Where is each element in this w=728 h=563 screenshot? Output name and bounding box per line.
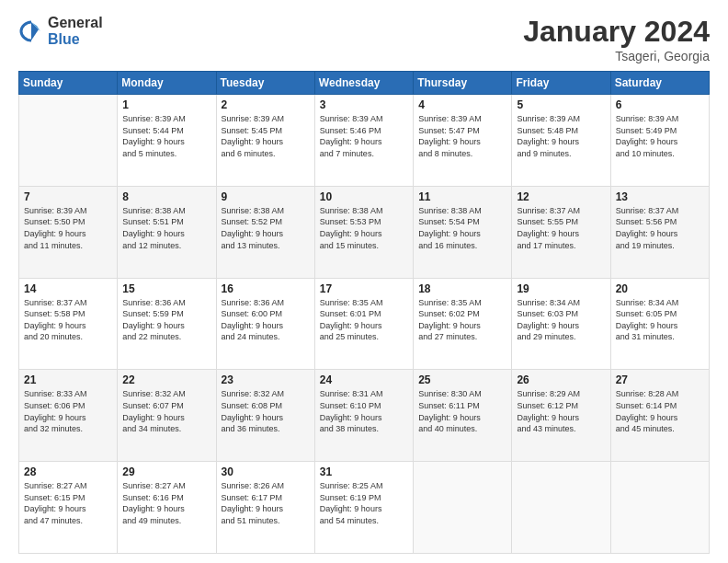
table-row: 5Sunrise: 8:39 AM Sunset: 5:48 PM Daylig… <box>512 95 610 187</box>
table-row: 3Sunrise: 8:39 AM Sunset: 5:46 PM Daylig… <box>314 95 413 187</box>
title-month: January 2024 <box>523 15 710 49</box>
table-row <box>610 462 709 554</box>
day-number: 3 <box>320 98 408 111</box>
day-number: 28 <box>24 465 112 478</box>
day-number: 2 <box>222 98 310 111</box>
day-info: Sunrise: 8:29 AM Sunset: 6:12 PM Dayligh… <box>517 388 605 434</box>
day-number: 8 <box>122 190 210 203</box>
day-info: Sunrise: 8:30 AM Sunset: 6:11 PM Dayligh… <box>418 388 506 434</box>
table-row: 10Sunrise: 8:38 AM Sunset: 5:53 PM Dayli… <box>314 186 413 278</box>
day-number: 25 <box>418 373 506 386</box>
day-info: Sunrise: 8:38 AM Sunset: 5:52 PM Dayligh… <box>222 205 310 251</box>
table-row: 8Sunrise: 8:38 AM Sunset: 5:51 PM Daylig… <box>118 186 216 278</box>
table-row <box>19 95 118 187</box>
logo: General Blue <box>18 15 103 47</box>
table-row: 27Sunrise: 8:28 AM Sunset: 6:14 PM Dayli… <box>610 370 709 462</box>
day-number: 1 <box>122 98 210 111</box>
day-number: 10 <box>320 190 408 203</box>
day-info: Sunrise: 8:39 AM Sunset: 5:48 PM Dayligh… <box>517 113 605 159</box>
day-number: 30 <box>222 465 310 478</box>
day-number: 23 <box>222 373 310 386</box>
day-info: Sunrise: 8:37 AM Sunset: 5:56 PM Dayligh… <box>616 205 704 251</box>
day-number: 6 <box>616 98 704 111</box>
day-number: 29 <box>122 465 210 478</box>
table-row <box>512 462 610 554</box>
day-info: Sunrise: 8:27 AM Sunset: 6:16 PM Dayligh… <box>122 480 210 526</box>
table-row: 11Sunrise: 8:38 AM Sunset: 5:54 PM Dayli… <box>414 186 512 278</box>
day-number: 16 <box>222 282 310 295</box>
table-row: 6Sunrise: 8:39 AM Sunset: 5:49 PM Daylig… <box>610 95 709 187</box>
day-info: Sunrise: 8:32 AM Sunset: 6:08 PM Dayligh… <box>222 388 310 434</box>
day-info: Sunrise: 8:39 AM Sunset: 5:49 PM Dayligh… <box>616 113 704 159</box>
table-row: 21Sunrise: 8:33 AM Sunset: 6:06 PM Dayli… <box>19 370 118 462</box>
day-number: 26 <box>517 373 605 386</box>
table-row: 22Sunrise: 8:32 AM Sunset: 6:07 PM Dayli… <box>118 370 216 462</box>
day-info: Sunrise: 8:36 AM Sunset: 6:00 PM Dayligh… <box>222 297 310 343</box>
day-info: Sunrise: 8:39 AM Sunset: 5:45 PM Dayligh… <box>222 113 310 159</box>
header-friday: Friday <box>512 72 610 95</box>
day-number: 9 <box>222 190 310 203</box>
day-info: Sunrise: 8:35 AM Sunset: 6:02 PM Dayligh… <box>418 297 506 343</box>
title-block: January 2024 Tsageri, Georgia <box>523 15 710 63</box>
page: General Blue January 2024 Tsageri, Georg… <box>0 0 728 563</box>
day-info: Sunrise: 8:39 AM Sunset: 5:46 PM Dayligh… <box>320 113 408 159</box>
day-info: Sunrise: 8:34 AM Sunset: 6:05 PM Dayligh… <box>616 297 704 343</box>
day-info: Sunrise: 8:34 AM Sunset: 6:03 PM Dayligh… <box>517 297 605 343</box>
title-location: Tsageri, Georgia <box>523 49 710 63</box>
day-info: Sunrise: 8:33 AM Sunset: 6:06 PM Dayligh… <box>24 388 112 434</box>
table-row: 25Sunrise: 8:30 AM Sunset: 6:11 PM Dayli… <box>414 370 512 462</box>
day-number: 13 <box>616 190 704 203</box>
day-info: Sunrise: 8:27 AM Sunset: 6:15 PM Dayligh… <box>24 480 112 526</box>
table-row: 15Sunrise: 8:36 AM Sunset: 5:59 PM Dayli… <box>118 278 216 370</box>
day-info: Sunrise: 8:36 AM Sunset: 5:59 PM Dayligh… <box>122 297 210 343</box>
header: General Blue January 2024 Tsageri, Georg… <box>18 15 710 63</box>
day-number: 7 <box>24 190 112 203</box>
day-number: 24 <box>320 373 408 386</box>
logo-general: General <box>48 15 103 31</box>
day-info: Sunrise: 8:37 AM Sunset: 5:58 PM Dayligh… <box>24 297 112 343</box>
day-number: 31 <box>320 465 408 478</box>
table-row: 23Sunrise: 8:32 AM Sunset: 6:08 PM Dayli… <box>216 370 314 462</box>
day-info: Sunrise: 8:37 AM Sunset: 5:55 PM Dayligh… <box>517 205 605 251</box>
day-number: 14 <box>24 282 112 295</box>
day-number: 19 <box>517 282 605 295</box>
day-number: 17 <box>320 282 408 295</box>
header-saturday: Saturday <box>610 72 709 95</box>
header-wednesday: Wednesday <box>314 72 413 95</box>
header-tuesday: Tuesday <box>216 72 314 95</box>
table-row: 14Sunrise: 8:37 AM Sunset: 5:58 PM Dayli… <box>19 278 118 370</box>
day-number: 22 <box>122 373 210 386</box>
table-row: 24Sunrise: 8:31 AM Sunset: 6:10 PM Dayli… <box>314 370 413 462</box>
table-row <box>414 462 512 554</box>
header-thursday: Thursday <box>414 72 512 95</box>
table-row: 13Sunrise: 8:37 AM Sunset: 5:56 PM Dayli… <box>610 186 709 278</box>
logo-icon <box>18 18 44 44</box>
table-row: 18Sunrise: 8:35 AM Sunset: 6:02 PM Dayli… <box>414 278 512 370</box>
day-info: Sunrise: 8:38 AM Sunset: 5:51 PM Dayligh… <box>122 205 210 251</box>
table-row: 20Sunrise: 8:34 AM Sunset: 6:05 PM Dayli… <box>610 278 709 370</box>
day-number: 21 <box>24 373 112 386</box>
day-number: 18 <box>418 282 506 295</box>
day-info: Sunrise: 8:38 AM Sunset: 5:54 PM Dayligh… <box>418 205 506 251</box>
header-sunday: Sunday <box>19 72 118 95</box>
day-info: Sunrise: 8:35 AM Sunset: 6:01 PM Dayligh… <box>320 297 408 343</box>
header-monday: Monday <box>118 72 216 95</box>
day-number: 4 <box>418 98 506 111</box>
day-number: 15 <box>122 282 210 295</box>
day-info: Sunrise: 8:38 AM Sunset: 5:53 PM Dayligh… <box>320 205 408 251</box>
day-info: Sunrise: 8:25 AM Sunset: 6:19 PM Dayligh… <box>320 480 408 526</box>
table-row: 29Sunrise: 8:27 AM Sunset: 6:16 PM Dayli… <box>118 462 216 554</box>
day-info: Sunrise: 8:39 AM Sunset: 5:47 PM Dayligh… <box>418 113 506 159</box>
calendar-header-row: Sunday Monday Tuesday Wednesday Thursday… <box>19 72 710 95</box>
day-number: 20 <box>616 282 704 295</box>
table-row: 7Sunrise: 8:39 AM Sunset: 5:50 PM Daylig… <box>19 186 118 278</box>
table-row: 12Sunrise: 8:37 AM Sunset: 5:55 PM Dayli… <box>512 186 610 278</box>
table-row: 26Sunrise: 8:29 AM Sunset: 6:12 PM Dayli… <box>512 370 610 462</box>
table-row: 19Sunrise: 8:34 AM Sunset: 6:03 PM Dayli… <box>512 278 610 370</box>
table-row: 31Sunrise: 8:25 AM Sunset: 6:19 PM Dayli… <box>314 462 413 554</box>
day-number: 12 <box>517 190 605 203</box>
table-row: 16Sunrise: 8:36 AM Sunset: 6:00 PM Dayli… <box>216 278 314 370</box>
table-row: 1Sunrise: 8:39 AM Sunset: 5:44 PM Daylig… <box>118 95 216 187</box>
day-number: 11 <box>418 190 506 203</box>
day-info: Sunrise: 8:39 AM Sunset: 5:50 PM Dayligh… <box>24 205 112 251</box>
